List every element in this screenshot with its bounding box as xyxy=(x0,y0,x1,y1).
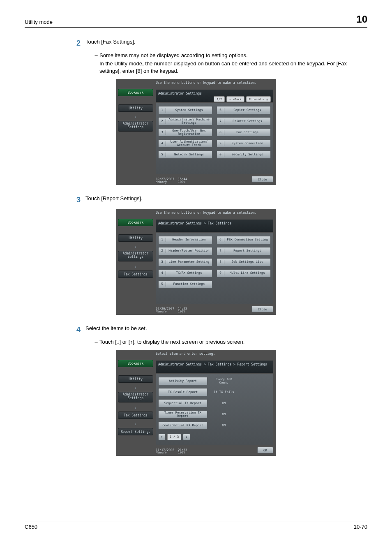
page-down-button[interactable]: ↓ xyxy=(183,434,190,440)
bookmark-btn[interactable]: Bookmark xyxy=(118,219,153,226)
footer-model: C650 xyxy=(25,523,37,531)
breadcrumb: Administrator Settings xyxy=(158,91,271,96)
menu-item-0[interactable]: 0Security Settings xyxy=(217,150,271,159)
step-text: Touch [Fax Settings]. xyxy=(85,38,367,49)
step-text: Touch [Report Settings]. xyxy=(85,195,367,205)
menu-item-7[interactable]: 7Printer Settings xyxy=(217,117,271,125)
bookmark-btn[interactable]: Bookmark xyxy=(118,89,153,96)
close-button[interactable]: Close xyxy=(251,306,273,312)
footer-memory-value: 100% xyxy=(178,180,185,185)
menu-item-9[interactable]: 9Multi Line Settings xyxy=(217,269,271,278)
page-count: 1 / 3 xyxy=(167,434,181,440)
ok-button[interactable]: OK xyxy=(257,447,273,453)
prompt: Select item and enter setting. xyxy=(156,352,215,356)
utility-btn[interactable]: Utility xyxy=(118,234,153,242)
report-settings-btn[interactable]: Report Settings xyxy=(118,428,153,435)
menu-item-4[interactable]: 4TX/RX Settings xyxy=(158,269,212,278)
menu-item-6[interactable]: 6Copier Settings xyxy=(217,106,271,114)
menu-item-4[interactable]: 4User Authentication/ Account Track xyxy=(158,139,212,148)
menu-item-1[interactable]: 1Header Information xyxy=(158,236,212,244)
step-2: 2 Touch [Fax Settings]. xyxy=(74,38,367,49)
breadcrumb: Administrator Settings > Fax Settings xyxy=(158,221,271,226)
chevron-down-icon: ↓ xyxy=(118,115,153,119)
report-row: TX Result ReportIf TX Fails xyxy=(158,388,237,396)
page-header: Utility mode 10 xyxy=(25,12,367,28)
chevron-down-icon: ↓ xyxy=(118,386,153,390)
breadcrumb: Administrator Settings > Fax Settings > … xyxy=(158,362,271,367)
screenshot-report-settings: Select item and enter setting. Bookmark … xyxy=(116,350,276,456)
footer-memory-label: Memory xyxy=(156,180,178,185)
menu-item-3[interactable]: 3Line Parameter Setting xyxy=(158,258,212,266)
footer-page: 10-70 xyxy=(354,523,367,531)
admin-settings-btn[interactable]: Administrator Settings xyxy=(118,392,153,402)
report-item-button[interactable]: Sequential TX Report xyxy=(158,399,208,407)
pager: ↑ 1 / 3 ↓ xyxy=(158,434,271,440)
page-indicator: 1/2 xyxy=(214,96,225,102)
header-left: Utility mode xyxy=(25,18,53,26)
page-up-button[interactable]: ↑ xyxy=(158,434,166,440)
step-4: 4 Select the items to be set. xyxy=(74,325,367,335)
utility-btn[interactable]: Utility xyxy=(118,375,153,383)
prompt: Use the menu buttons or keypad to make a… xyxy=(156,81,257,85)
utility-btn[interactable]: Utility xyxy=(118,104,153,112)
report-item-value: If TX Fails xyxy=(211,388,237,396)
report-item-button[interactable]: Activity Report xyxy=(158,377,208,385)
menu-item-5[interactable]: 5Function Settings xyxy=(158,280,212,289)
fax-settings-btn[interactable]: Fax Settings xyxy=(118,412,153,419)
menu-item-9[interactable]: 9System Connection xyxy=(217,139,271,148)
report-item-button[interactable]: TX Result Report xyxy=(158,388,208,396)
report-row: Activity ReportEvery 100 Comm. xyxy=(158,377,237,385)
fax-settings-btn[interactable]: Fax Settings xyxy=(118,271,153,278)
page-footer: C650 10-70 xyxy=(25,522,367,531)
report-item-value: ON xyxy=(211,421,237,430)
chevron-down-icon: ↓ xyxy=(118,245,153,249)
step-number: 2 xyxy=(74,38,85,49)
chevron-down-icon: ↓ xyxy=(118,422,153,426)
header-chapter: 10 xyxy=(356,12,367,26)
menu-item-5[interactable]: 5Network Settings xyxy=(158,150,212,159)
menu-item-7[interactable]: 7Report Settings xyxy=(217,247,271,255)
admin-settings-btn[interactable]: Administrator Settings xyxy=(118,251,153,261)
report-row: Confidential RX ReportON xyxy=(158,421,237,430)
step-text: Select the items to be set. xyxy=(85,325,367,335)
menu-item-2[interactable]: 2Administrator/ Machine Settings xyxy=(158,117,212,125)
chevron-down-icon: ↓ xyxy=(118,265,153,269)
step-number: 4 xyxy=(74,325,85,335)
report-row: Sequential TX ReportON xyxy=(158,399,237,407)
report-item-value: Every 100 Comm. xyxy=(211,377,237,385)
menu-item-8[interactable]: 8Job Settings List xyxy=(217,258,271,266)
menu-item-2[interactable]: 2Header/Footer Position xyxy=(158,247,212,255)
bookmark-btn[interactable]: Bookmark xyxy=(118,360,153,367)
report-item-button[interactable]: Confidential RX Report xyxy=(158,421,208,430)
titlebar: Administrator Settings 1/2 ↖ ⇐Back Forwa… xyxy=(156,90,273,102)
step-3: 3 Touch [Report Settings]. xyxy=(74,195,367,205)
step-2-bullets: –Some items may not be displayed accordi… xyxy=(93,52,367,75)
sidebar: Bookmark Utility ↓ Administrator Setting… xyxy=(118,89,153,135)
menu-item-8[interactable]: 8Fax Settings xyxy=(217,128,271,136)
prompt: Use the menu buttons or keypad to make a… xyxy=(156,210,257,215)
menu-item-6[interactable]: 6PBX Connection Setting xyxy=(217,236,271,244)
menu-item-3[interactable]: 3One-Touch/User Box Registration xyxy=(158,128,212,136)
report-row: Timer Reservation TX ReportON xyxy=(158,410,237,419)
screenshot-admin-settings: Use the menu buttons or keypad to make a… xyxy=(116,79,276,185)
close-button[interactable]: Close xyxy=(251,176,273,183)
report-item-value: ON xyxy=(211,410,237,419)
forward-button[interactable]: Forward ⇒ ▮ xyxy=(246,96,271,102)
admin-settings-btn[interactable]: Administrator Settings xyxy=(118,121,153,132)
screenshot-fax-settings: Use the menu buttons or keypad to make a… xyxy=(116,209,276,315)
back-button[interactable]: ↖ ⇐Back xyxy=(226,96,244,102)
menu-item-1[interactable]: 1System Settings xyxy=(158,106,212,114)
report-item-button[interactable]: Timer Reservation TX Report xyxy=(158,410,208,419)
chevron-down-icon: ↓ xyxy=(118,406,153,410)
report-item-value: ON xyxy=(211,399,237,407)
step-number: 3 xyxy=(74,195,85,205)
